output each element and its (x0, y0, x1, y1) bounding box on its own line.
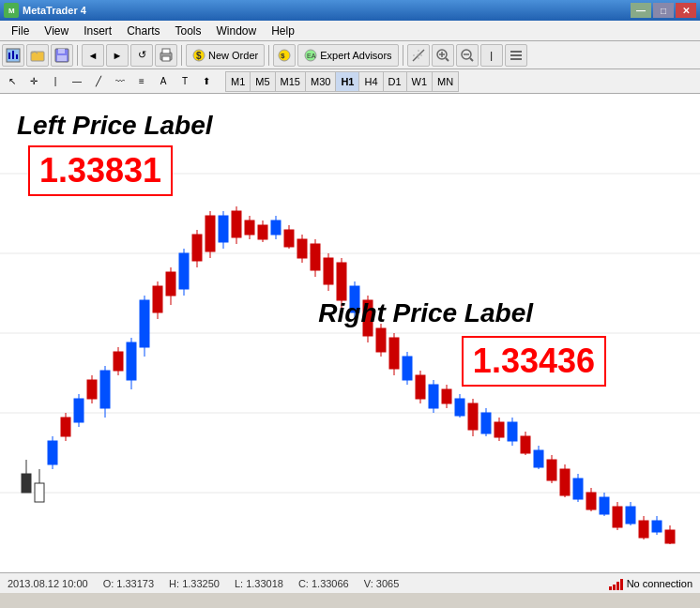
svg-rect-135 (652, 521, 662, 532)
signal-bars-icon (609, 577, 623, 590)
status-datetime: 2013.08.12 10:00 (8, 578, 88, 589)
print-button[interactable] (155, 44, 177, 67)
chart-area[interactable]: Left Price Label 1.33831 Right Price Lab… (0, 94, 700, 572)
svg-rect-105 (455, 399, 464, 416)
menu-file[interactable]: File (4, 23, 37, 39)
vertical-line-tool[interactable]: | (45, 71, 66, 92)
cursor-tool[interactable]: ↖ (2, 71, 23, 92)
status-close: C: 1.33066 (298, 578, 349, 589)
label-tool[interactable]: A (153, 71, 174, 92)
separator (77, 45, 78, 66)
svg-rect-121 (560, 469, 570, 495)
svg-rect-69 (219, 216, 228, 242)
svg-rect-77 (271, 220, 281, 235)
svg-rect-43 (48, 441, 57, 464)
right-price-value: 1.33436 (462, 336, 606, 387)
menu-charts[interactable]: Charts (119, 23, 167, 39)
back-button[interactable]: ◄ (82, 44, 104, 67)
tf-h1[interactable]: H1 (335, 71, 358, 92)
svg-rect-109 (481, 413, 491, 433)
maximize-button[interactable]: □ (653, 3, 674, 18)
svg-rect-113 (508, 422, 517, 441)
svg-rect-67 (205, 216, 215, 251)
tf-m30[interactable]: M30 (305, 71, 335, 92)
separator-button[interactable]: | (480, 44, 503, 67)
tf-d1[interactable]: D1 (383, 71, 406, 92)
app-icon: M (4, 3, 19, 18)
svg-rect-87 (337, 263, 346, 300)
svg-rect-71 (232, 211, 241, 237)
separator-2 (181, 45, 182, 66)
timeframe-buttons: M1 M5 M15 M30 H1 H4 D1 W1 MN (225, 71, 459, 92)
svg-rect-49 (87, 380, 97, 399)
zoom-out-button[interactable] (456, 44, 479, 67)
signal-bar-1 (609, 586, 612, 590)
svg-rect-125 (586, 493, 596, 509)
tf-m15[interactable]: M15 (275, 71, 305, 92)
crosshair-tool[interactable]: ✛ (23, 71, 44, 92)
svg-rect-133 (639, 521, 648, 538)
svg-rect-117 (534, 450, 543, 467)
forward-button[interactable]: ► (106, 44, 129, 67)
svg-line-27 (470, 58, 473, 61)
zoom-in-button[interactable] (432, 44, 454, 67)
menu-view[interactable]: View (37, 23, 76, 39)
svg-rect-97 (403, 357, 412, 380)
left-price-value: 1.33831 (28, 145, 173, 196)
refresh-button[interactable]: ↺ (130, 44, 153, 67)
text-label-tool[interactable]: T (175, 71, 195, 92)
toolbar-main: ◄ ► ↺ $ New Order $ EA Expert Advisors | (0, 41, 700, 69)
svg-rect-59 (153, 286, 162, 312)
indicator-button[interactable] (407, 44, 430, 67)
calc-button[interactable]: $ (273, 44, 296, 67)
svg-rect-137 (665, 530, 675, 543)
svg-rect-103 (442, 389, 451, 403)
horizontal-line-tool[interactable]: — (67, 71, 87, 92)
svg-text:EA: EA (307, 53, 316, 59)
separator-3 (268, 45, 269, 66)
svg-rect-93 (376, 328, 386, 352)
tf-h4[interactable]: H4 (358, 71, 382, 92)
tf-m1[interactable]: M1 (225, 71, 250, 92)
svg-rect-75 (258, 225, 267, 239)
wave-tool[interactable]: 〰 (110, 71, 130, 92)
new-chart-button[interactable] (2, 44, 24, 67)
status-bar: 2013.08.12 10:00 O: 1.33173 H: 1.33250 L… (0, 572, 700, 593)
svg-rect-65 (192, 235, 202, 261)
menu-help[interactable]: Help (264, 23, 302, 39)
svg-rect-127 (600, 497, 609, 514)
svg-rect-12 (162, 56, 170, 61)
svg-rect-11 (162, 49, 170, 53)
trend-line-tool[interactable]: ╱ (88, 71, 109, 92)
tf-mn[interactable]: MN (432, 71, 459, 92)
save-button[interactable] (51, 44, 73, 67)
svg-text:$: $ (281, 52, 285, 60)
expert-advisors-button[interactable]: EA Expert Advisors (297, 44, 398, 67)
open-button[interactable] (26, 44, 49, 67)
right-price-label-title: Right Price Label (318, 298, 533, 328)
menu-window[interactable]: Window (209, 23, 265, 39)
properties-button[interactable] (505, 44, 527, 67)
svg-rect-8 (58, 49, 65, 53)
svg-rect-119 (547, 460, 556, 480)
arrow-tool[interactable]: ⬆ (196, 71, 217, 92)
menu-insert[interactable]: Insert (76, 23, 119, 39)
new-order-button[interactable]: $ New Order (186, 44, 265, 67)
signal-bar-2 (613, 585, 616, 590)
text-tool[interactable]: ≡ (131, 71, 152, 92)
svg-rect-79 (284, 230, 294, 247)
tf-m5[interactable]: M5 (250, 71, 274, 92)
svg-rect-107 (468, 403, 478, 430)
svg-rect-83 (311, 244, 320, 270)
svg-line-23 (446, 58, 449, 61)
app-title: MetaTrader 4 (23, 5, 86, 16)
menu-tools[interactable]: Tools (168, 23, 209, 39)
minimize-button[interactable]: — (631, 3, 651, 18)
svg-rect-9 (57, 55, 67, 61)
svg-rect-39 (22, 474, 31, 493)
svg-rect-73 (245, 220, 254, 235)
close-button[interactable]: ✕ (676, 3, 696, 18)
status-open: O: 1.33173 (103, 578, 154, 589)
tf-w1[interactable]: W1 (406, 71, 433, 92)
svg-rect-45 (61, 418, 70, 436)
